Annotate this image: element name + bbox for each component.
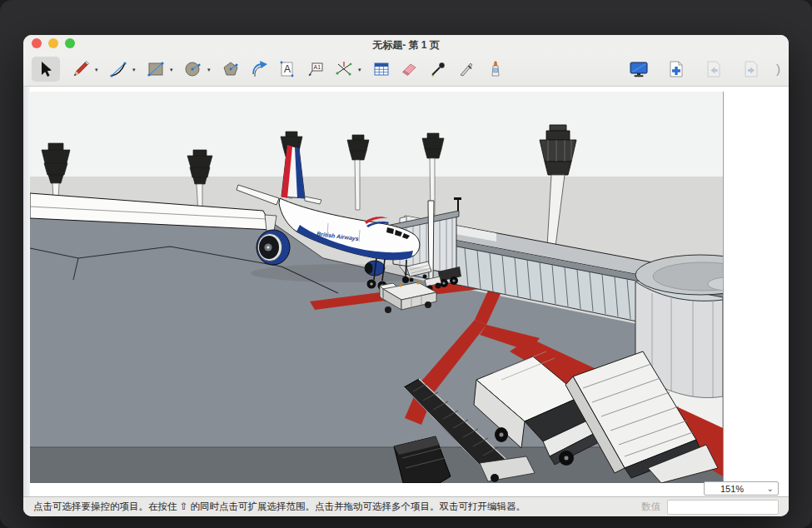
minimize-button[interactable] <box>48 38 58 48</box>
close-button[interactable] <box>32 38 42 48</box>
desktop: 无标题- 第 1 页 ▾ <box>0 0 812 528</box>
chevron-down-icon: ⌄ <box>767 486 774 492</box>
arc-tool-button[interactable] <box>104 57 132 82</box>
rectangle-tool-dropdown[interactable]: ▾ <box>170 64 179 73</box>
knife-icon <box>456 59 476 79</box>
next-page-button[interactable] <box>737 57 765 82</box>
toolbar-right-group: ) <box>625 57 780 82</box>
split-tool-button[interactable] <box>452 57 481 82</box>
cursor-arrow-icon <box>36 59 56 79</box>
previous-page-icon <box>704 59 724 79</box>
zoom-level-value: 151% <box>709 484 767 494</box>
eyedropper-icon <box>428 59 448 79</box>
add-page-button[interactable] <box>662 57 690 82</box>
rectangle-tool-button[interactable] <box>142 57 170 82</box>
zoom-level-dropdown[interactable]: 151% ⌄ <box>704 481 779 496</box>
dimension-tool-button[interactable] <box>330 57 358 82</box>
eraser-icon <box>400 59 420 79</box>
text-tool-button[interactable]: A <box>273 57 301 82</box>
statusbar: 点击可选择要操控的项目。在按住 ⇧ 的同时点击可扩展选择范围。点击并拖动可选择多… <box>23 496 789 516</box>
sky <box>30 92 723 177</box>
eraser-tool-button[interactable] <box>396 57 424 82</box>
add-page-icon <box>666 59 686 79</box>
next-page-icon <box>741 59 761 79</box>
line-tool-button[interactable] <box>67 57 95 82</box>
titlebar[interactable]: 无标题- 第 1 页 <box>23 35 789 52</box>
label-tool-button[interactable]: A1 <box>301 57 330 82</box>
measurement-label: 数值 <box>641 501 660 513</box>
layout-window: 无标题- 第 1 页 ▾ <box>23 35 789 516</box>
polygon-icon <box>221 59 241 79</box>
measurement-input[interactable] <box>667 500 779 515</box>
table-tool-button[interactable] <box>367 57 396 82</box>
style-eyedropper-button[interactable] <box>424 57 452 82</box>
traffic-lights <box>32 38 75 48</box>
circle-tool-button[interactable] <box>179 57 207 82</box>
toolbar-overflow-indicator[interactable]: ) <box>775 62 780 76</box>
presentation-monitor-icon <box>628 59 650 79</box>
svg-text:A1: A1 <box>314 64 321 70</box>
glue-bottle-icon <box>485 59 505 79</box>
label-icon: A1 <box>306 59 326 79</box>
svg-text:A: A <box>284 63 291 75</box>
dimension-tool-dropdown[interactable]: ▾ <box>358 64 367 73</box>
select-tool-button[interactable] <box>32 57 60 82</box>
table-icon <box>371 59 391 79</box>
zoom-button[interactable] <box>65 38 75 48</box>
rectangle-icon <box>146 59 166 79</box>
engine <box>257 230 290 265</box>
toolbar: ▾ ▾ ▾ <box>23 52 789 87</box>
text-icon: A <box>277 59 297 79</box>
arc-icon <box>108 59 128 79</box>
previous-page-button[interactable] <box>700 57 728 82</box>
circle-tool-dropdown[interactable]: ▾ <box>207 64 217 73</box>
polygon-tool-button[interactable] <box>217 57 245 82</box>
status-hint-text: 点击可选择要操控的项目。在按住 ⇧ 的同时点击可扩展选择范围。点击并拖动可选择多… <box>33 501 641 513</box>
join-tool-button[interactable] <box>481 57 509 82</box>
pencil-icon <box>71 59 91 79</box>
model-viewport-3d-scene[interactable]: British Airways <box>30 92 724 483</box>
document-canvas[interactable]: British Airways <box>23 87 789 496</box>
window-title: 无标题- 第 1 页 <box>23 35 789 52</box>
dimension-axes-icon <box>334 59 354 79</box>
arc-tool-dropdown[interactable]: ▾ <box>132 64 142 73</box>
offset-tool-button[interactable] <box>245 57 273 82</box>
canvas-gutter <box>23 87 30 496</box>
line-tool-dropdown[interactable]: ▾ <box>95 64 104 73</box>
circle-icon <box>183 59 203 79</box>
offset-arrow-icon <box>249 59 269 79</box>
start-presentation-button[interactable] <box>625 57 653 82</box>
